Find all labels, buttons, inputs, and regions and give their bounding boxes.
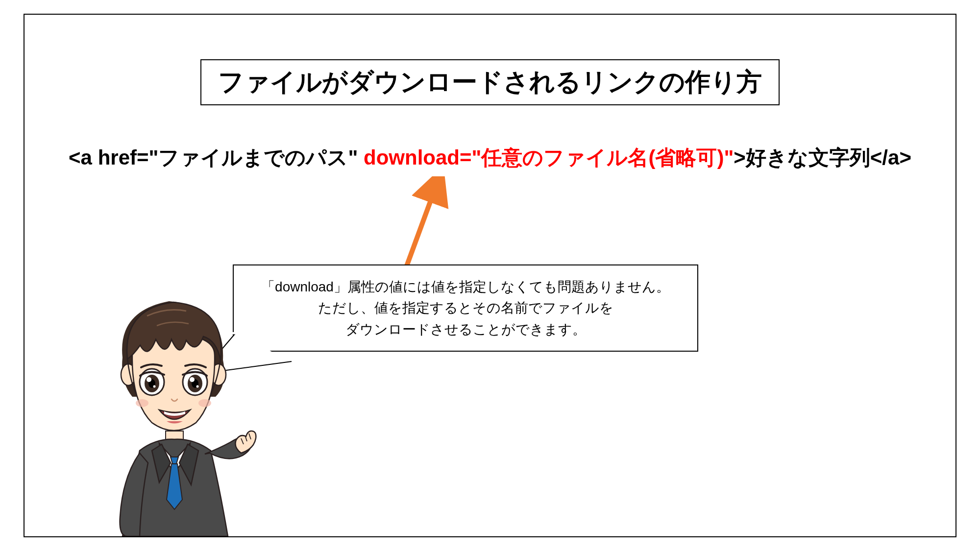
explain-line1: 「download」属性の値には値を指定しなくても問題ありません。 xyxy=(248,276,683,297)
svg-point-11 xyxy=(188,375,202,392)
code-part1: <a href="ファイルまでのパス" xyxy=(69,146,364,169)
code-example: <a href="ファイルまでのパス" download="任意のファイル名(省… xyxy=(69,144,911,171)
svg-point-10 xyxy=(183,369,207,395)
svg-point-6 xyxy=(145,375,159,392)
svg-point-5 xyxy=(140,369,164,395)
explain-line3: ダウンロードさせることができます。 xyxy=(248,319,683,340)
svg-point-14 xyxy=(196,385,199,388)
svg-point-12 xyxy=(192,379,198,388)
svg-point-8 xyxy=(147,377,151,382)
svg-point-9 xyxy=(153,385,156,388)
title-box: ファイルがダウンロードされるリンクの作り方 xyxy=(200,59,780,105)
title-text: ファイルがダウンロードされるリンクの作り方 xyxy=(218,68,762,96)
slide-frame: ファイルがダウンロードされるリンクの作り方 <a href="ファイルまでのパス… xyxy=(24,14,956,537)
svg-point-16 xyxy=(198,399,211,407)
code-highlight: download="任意のファイル名(省略可)" xyxy=(364,146,734,169)
svg-point-3 xyxy=(121,364,136,385)
svg-rect-17 xyxy=(166,431,183,446)
svg-point-15 xyxy=(136,399,148,407)
svg-point-13 xyxy=(190,377,195,382)
explanation-box: 「download」属性の値には値を指定しなくても問題ありません。 ただし、値を… xyxy=(233,264,698,352)
explain-line2: ただし、値を指定するとその名前でファイルを xyxy=(248,297,683,318)
svg-point-4 xyxy=(211,364,226,385)
code-part2: >好きな文字列</a> xyxy=(734,146,911,169)
svg-point-7 xyxy=(148,379,155,388)
